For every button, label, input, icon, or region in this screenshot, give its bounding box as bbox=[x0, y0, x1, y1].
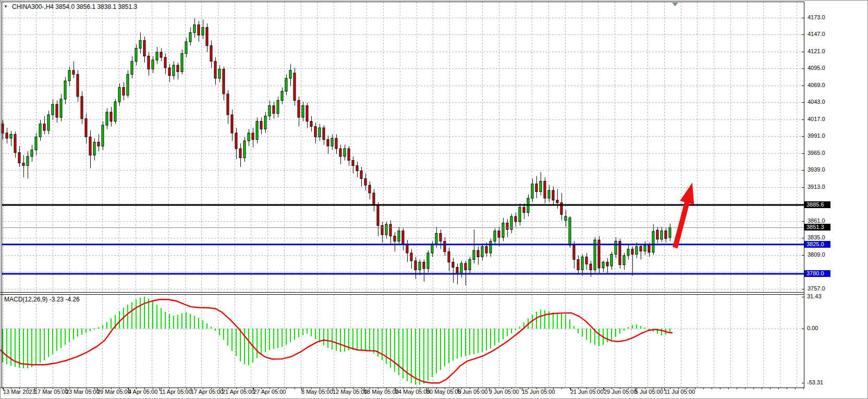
price-tick-label: 4095.0 bbox=[808, 65, 825, 71]
time-axis-label: 17 Apr 05:00 bbox=[191, 389, 223, 395]
price-tick-label: 3991.0 bbox=[808, 132, 825, 139]
price-line-badge: 3885.6 bbox=[804, 201, 830, 208]
price-tick-label: 4069.0 bbox=[808, 82, 825, 88]
time-axis-label: 27 Apr 05:00 bbox=[253, 389, 286, 395]
price-tick-label: 3861.0 bbox=[808, 217, 825, 224]
time-axis-label: 13 Mar 2023 bbox=[3, 389, 35, 395]
macd-indicator-label: MACD(12,26,9) -3.23 -4.26 bbox=[4, 296, 80, 303]
price-tick-label: 3939.0 bbox=[808, 166, 825, 173]
time-axis-label: 8 May 05:00 bbox=[301, 389, 333, 395]
time-axis-label: 21 Apr 05:00 bbox=[222, 389, 254, 395]
time-axis-label: 23 Mar 05:00 bbox=[66, 389, 100, 395]
price-line-badge: 3825.0 bbox=[804, 241, 830, 248]
price-tick-label: 3809.0 bbox=[808, 251, 825, 258]
time-axis-label: 21 Jun 05:00 bbox=[570, 389, 604, 395]
time-axis-label: 29 Jun 05:00 bbox=[604, 389, 637, 395]
time-axis-label: 11 Jul 05:00 bbox=[664, 389, 695, 395]
time-axis-label: 5 Jul 05:00 bbox=[635, 389, 663, 395]
price-tick-label: 4173.0 bbox=[808, 14, 825, 20]
time-axis-label: 17 Mar 05:00 bbox=[34, 389, 68, 395]
price-tick-label: 3913.0 bbox=[808, 184, 825, 190]
price-tick-label: 4121.0 bbox=[808, 48, 825, 54]
time-axis-label: 29 Mar 05:00 bbox=[97, 389, 131, 395]
chart-canvas[interactable] bbox=[1, 1, 868, 399]
price-tick-label: 3835.0 bbox=[808, 234, 825, 240]
macd-tick-label: 0.00 bbox=[807, 325, 818, 331]
time-axis-label: 5 Jun 05:00 bbox=[458, 389, 488, 395]
price-tick-label: 3965.0 bbox=[808, 150, 825, 156]
macd-tick-label: 31.43 bbox=[807, 293, 822, 299]
price-tick-label: 4043.0 bbox=[808, 99, 825, 105]
price-tick-label: 3757.0 bbox=[808, 285, 825, 292]
price-line-badge: 3851.3 bbox=[804, 224, 830, 231]
chart-ohlc-title: CHINA300-,H4 3854.0 3856.1 3838.1 3851.3 bbox=[12, 3, 137, 10]
time-axis-label: 15 Jun 05:00 bbox=[522, 389, 555, 395]
trading-chart-window: ▼ CHINA300-,H4 3854.0 3856.1 3838.1 3851… bbox=[0, 0, 868, 399]
macd-tick-label: -53.31 bbox=[807, 379, 823, 385]
time-axis-label: 11 Apr 05:00 bbox=[160, 389, 192, 395]
time-axis-label: 30 May 05:00 bbox=[426, 389, 461, 395]
price-line-badge: 3780.0 bbox=[804, 270, 830, 277]
time-axis-label: 4 Apr 05:00 bbox=[128, 389, 157, 395]
price-tick-label: 4147.0 bbox=[808, 31, 825, 37]
time-axis-label: 18 May 05:00 bbox=[364, 389, 399, 395]
time-axis-label: 9 Jun 05:00 bbox=[489, 389, 519, 395]
price-tick-label: 4017.0 bbox=[808, 116, 825, 122]
time-axis-label: 12 May 05:00 bbox=[333, 389, 368, 395]
symbol-dropdown-icon[interactable]: ▼ bbox=[4, 4, 8, 9]
time-axis-label: 24 May 05:00 bbox=[395, 389, 430, 395]
